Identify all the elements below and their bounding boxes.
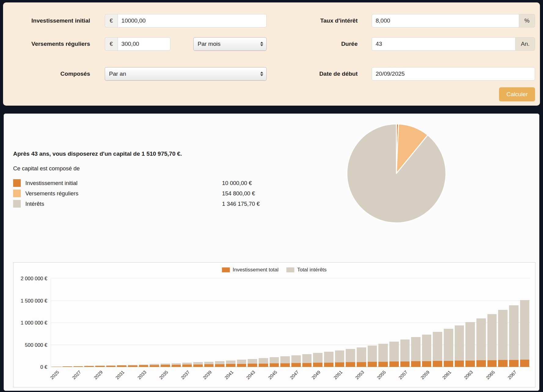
interest-segment xyxy=(444,329,453,361)
payment-frequency-select[interactable]: Par mois xyxy=(193,37,267,51)
investment-segment xyxy=(280,363,290,367)
bar-column xyxy=(127,278,138,367)
breakdown-row: Investissement initial10 000,00 € xyxy=(13,179,530,187)
form-row-3: Composés Par an Date de début xyxy=(3,67,535,81)
compound-frequency-value: Par an xyxy=(109,71,126,77)
pie-slice xyxy=(347,124,446,223)
investment-segment xyxy=(291,363,301,367)
bar-column xyxy=(388,278,399,367)
bar-column xyxy=(105,278,116,367)
investment-segment xyxy=(324,363,333,367)
interest-segment xyxy=(248,359,257,364)
regular-payments-input[interactable] xyxy=(118,37,170,51)
bar-column: 2059 xyxy=(421,278,432,367)
x-axis-label: 2029 xyxy=(93,369,104,380)
interest-segment xyxy=(270,357,279,363)
x-axis-label: 2047 xyxy=(289,369,300,380)
investment-segment xyxy=(433,361,442,367)
interest-segment xyxy=(509,305,519,360)
capital-summary: Après 43 ans, vous disposerez d'un capit… xyxy=(13,151,530,157)
interest-rate-input[interactable] xyxy=(372,14,519,27)
breakdown-label: Intérêts xyxy=(25,201,218,207)
initial-investment-input[interactable] xyxy=(118,14,267,27)
interest-segment xyxy=(226,361,235,364)
bar-column: 2033 xyxy=(138,278,149,367)
breakdown-row: Intérêts1 346 175,70 € xyxy=(13,200,530,208)
bar-column: 2027 xyxy=(73,278,84,367)
chart-legend-label: Investissement total xyxy=(233,267,279,273)
duration-input[interactable] xyxy=(372,37,516,51)
bar-chart-legend: Investissement totalTotal intérêts xyxy=(222,267,327,273)
start-date-input[interactable] xyxy=(372,67,535,81)
x-axis-label: 2031 xyxy=(115,369,126,380)
bar-column xyxy=(171,278,182,367)
interest-segment xyxy=(476,318,486,360)
x-axis-label: 2043 xyxy=(245,369,256,380)
bar-column xyxy=(193,278,204,367)
bar-column: 2037 xyxy=(182,278,193,367)
bar-column: 2031 xyxy=(116,278,127,367)
bar-column xyxy=(345,278,356,367)
compound-frequency-select[interactable]: Par an xyxy=(105,67,267,81)
interest-segment xyxy=(465,322,475,361)
calculate-button[interactable]: Calculer xyxy=(499,87,535,101)
investment-segment xyxy=(313,363,323,367)
chart-legend-item[interactable]: Investissement total xyxy=(222,267,279,273)
start-date-label: Date de début xyxy=(281,71,358,77)
investment-segment xyxy=(74,366,83,367)
initial-investment-label: Investissement initial xyxy=(3,17,90,24)
x-axis-label: 2051 xyxy=(332,369,343,380)
bar-column: 2047 xyxy=(290,278,301,367)
select-arrows-icon xyxy=(260,42,263,46)
years-addon: An. xyxy=(516,37,535,51)
duration-group: An. xyxy=(372,37,535,51)
bar-column xyxy=(236,278,247,367)
y-axis-label: 0 € xyxy=(40,364,47,370)
chart-legend-item[interactable]: Total intérêts xyxy=(286,267,326,273)
investment-segment xyxy=(270,363,279,367)
investment-segment xyxy=(237,364,246,367)
x-axis-label: 2049 xyxy=(311,369,322,380)
interest-segment xyxy=(291,355,301,363)
investment-segment xyxy=(357,362,366,367)
investment-segment xyxy=(172,365,181,367)
investment-segment xyxy=(226,364,235,367)
x-axis-label: 2027 xyxy=(71,369,82,380)
x-axis-label: 2061 xyxy=(441,369,452,380)
bar-column xyxy=(301,278,312,367)
x-axis-label: 2025 xyxy=(49,369,60,380)
x-axis-label: 2063 xyxy=(463,369,474,380)
capital-breakdown: Investissement initial10 000,00 €Verseme… xyxy=(13,179,530,208)
interest-segment xyxy=(313,353,323,363)
interest-segment xyxy=(204,362,214,365)
bar-column: 2029 xyxy=(95,278,106,367)
interest-segment xyxy=(357,347,366,362)
investment-segment xyxy=(193,365,203,367)
x-axis-label: 2035 xyxy=(158,369,169,380)
chart-legend-label: Total intérêts xyxy=(297,267,326,273)
bar-column xyxy=(62,278,73,367)
interest-segment xyxy=(433,332,442,361)
results-panel: Après 43 ans, vous disposerez d'un capit… xyxy=(4,114,539,391)
interest-segment xyxy=(498,310,508,360)
euro-addon: € xyxy=(105,37,118,51)
x-axis-label: 2045 xyxy=(267,369,278,380)
bar-column: 2043 xyxy=(247,278,258,367)
investment-segment xyxy=(455,361,464,367)
investment-segment xyxy=(215,364,224,367)
investment-segment xyxy=(378,362,388,367)
bar-column xyxy=(476,278,487,367)
breakdown-swatch xyxy=(13,190,21,197)
chart-legend-swatch xyxy=(286,267,294,272)
bar-column xyxy=(497,278,508,367)
growth-bar-chart: Investissement totalTotal intérêts 0 €50… xyxy=(13,262,535,387)
investment-segment xyxy=(498,360,508,367)
investment-segment xyxy=(106,366,116,367)
bar-chart-plot: 0 €500 000 €1 000 000 €1 500 000 €2 000 … xyxy=(51,278,530,367)
investment-segment xyxy=(117,365,126,367)
investment-segment xyxy=(302,363,312,367)
breakdown-label: Versements réguliers xyxy=(25,190,218,197)
x-axis-label: 2065 xyxy=(485,369,496,380)
interest-segment xyxy=(324,352,333,362)
form-row-2: Versements réguliers € Par mois Durée An… xyxy=(3,37,535,51)
